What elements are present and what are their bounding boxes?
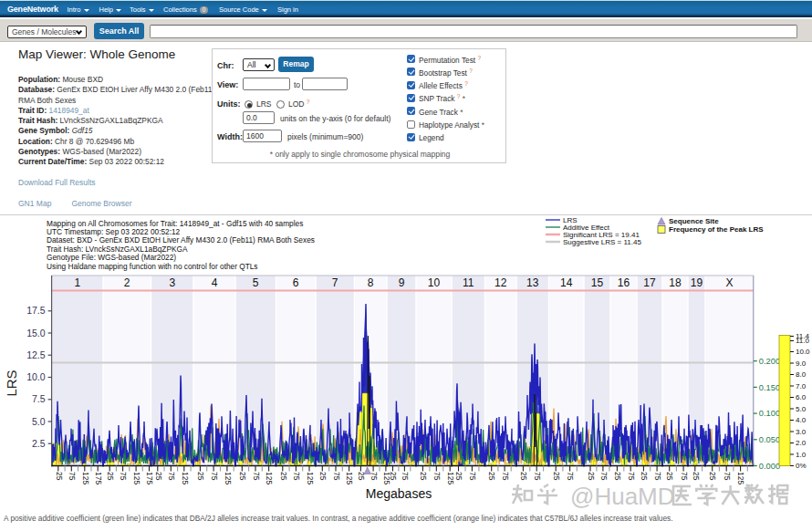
svg-text:125: 125 xyxy=(81,472,90,484)
svg-text:12.5: 12.5 xyxy=(26,349,46,360)
svg-text:25: 25 xyxy=(106,472,115,481)
svg-text:9: 9 xyxy=(399,276,405,289)
svg-text:75: 75 xyxy=(332,472,341,481)
svg-text:8.0: 8.0 xyxy=(796,370,807,379)
svg-text:10: 10 xyxy=(428,276,441,289)
svg-text:0.200: 0.200 xyxy=(759,357,780,366)
svg-text:25: 25 xyxy=(665,472,674,481)
svg-text:175: 175 xyxy=(145,472,154,484)
svg-text:1.0: 1.0 xyxy=(796,451,807,459)
svg-text:75: 75 xyxy=(119,472,128,481)
svg-text:25: 25 xyxy=(708,472,717,481)
svg-text:16: 16 xyxy=(618,276,630,289)
svg-text:2: 2 xyxy=(124,276,130,289)
svg-text:75: 75 xyxy=(292,472,301,481)
svg-text:3: 3 xyxy=(169,276,175,289)
svg-text:18: 18 xyxy=(669,276,682,289)
svg-text:75: 75 xyxy=(167,472,176,481)
svg-text:5.0: 5.0 xyxy=(796,405,807,413)
svg-text:75: 75 xyxy=(401,472,410,481)
svg-text:25: 25 xyxy=(640,472,649,481)
svg-text:11: 11 xyxy=(463,276,474,289)
svg-text:25: 25 xyxy=(318,472,328,481)
svg-text:6: 6 xyxy=(293,276,299,289)
svg-text:75: 75 xyxy=(210,472,219,481)
svg-text:75: 75 xyxy=(599,472,609,481)
svg-text:X: X xyxy=(725,276,733,289)
svg-text:25: 25 xyxy=(613,472,622,481)
svg-text:Using Haldane mapping function: Using Haldane mapping function with no c… xyxy=(47,262,258,271)
svg-text:125: 125 xyxy=(132,472,141,484)
svg-text:125: 125 xyxy=(345,472,354,484)
svg-text:3.0: 3.0 xyxy=(796,428,807,436)
svg-text:75: 75 xyxy=(627,472,636,481)
svg-text:4: 4 xyxy=(212,276,218,289)
svg-text:125: 125 xyxy=(306,472,315,484)
svg-text:17.5: 17.5 xyxy=(26,305,46,316)
svg-text:7: 7 xyxy=(332,276,338,289)
svg-text:25: 25 xyxy=(55,472,64,481)
svg-text:1: 1 xyxy=(74,276,80,289)
svg-text:13: 13 xyxy=(526,276,539,289)
svg-text:Frequency of the Peak LRS: Frequency of the Peak LRS xyxy=(669,225,764,234)
svg-text:25: 25 xyxy=(238,472,247,481)
svg-text:75: 75 xyxy=(566,472,575,481)
svg-text:25: 25 xyxy=(154,472,163,481)
svg-text:0.000: 0.000 xyxy=(759,462,780,471)
svg-text:75: 75 xyxy=(680,472,689,481)
svg-text:5: 5 xyxy=(253,276,259,289)
svg-text:11.4: 11.4 xyxy=(796,332,810,340)
svg-text:75: 75 xyxy=(468,472,477,481)
svg-text:0.050: 0.050 xyxy=(759,435,780,444)
svg-text:A positive additive coefficien: A positive additive coefficient (green l… xyxy=(4,514,672,523)
svg-text:LRS: LRS xyxy=(4,370,19,396)
svg-text:12: 12 xyxy=(494,276,507,289)
svg-text:15.0: 15.0 xyxy=(26,328,46,338)
svg-text:4.0: 4.0 xyxy=(796,416,807,424)
svg-text:25: 25 xyxy=(587,472,596,481)
svg-text:125: 125 xyxy=(181,472,190,484)
svg-text:125: 125 xyxy=(224,472,233,484)
svg-text:125: 125 xyxy=(736,472,745,484)
svg-text:7.0: 7.0 xyxy=(796,382,807,390)
svg-text:7.5: 7.5 xyxy=(32,393,46,404)
svg-text:25: 25 xyxy=(487,472,496,481)
svg-text:10.0: 10.0 xyxy=(26,371,46,382)
svg-text:14: 14 xyxy=(560,276,573,289)
svg-text:25: 25 xyxy=(389,472,398,481)
svg-text:75: 75 xyxy=(653,472,662,481)
svg-text:Suggestive LRS = 11.45: Suggestive LRS = 11.45 xyxy=(563,238,641,246)
svg-text:175: 175 xyxy=(94,472,103,484)
svg-text:10.0: 10.0 xyxy=(796,348,810,356)
svg-text:75: 75 xyxy=(252,472,261,481)
svg-text:17: 17 xyxy=(643,276,656,289)
svg-text:25: 25 xyxy=(196,472,205,481)
svg-text:25: 25 xyxy=(692,472,701,481)
svg-text:15: 15 xyxy=(591,276,604,289)
svg-text:75: 75 xyxy=(370,472,379,481)
svg-text:75: 75 xyxy=(501,472,510,481)
svg-text:2.5: 2.5 xyxy=(32,438,46,449)
svg-text:25: 25 xyxy=(279,472,288,481)
svg-text:19: 19 xyxy=(691,276,703,289)
svg-text:Megabases: Megabases xyxy=(366,486,432,501)
svg-text:75: 75 xyxy=(432,472,442,481)
svg-text:2.0: 2.0 xyxy=(796,439,807,447)
svg-text:75: 75 xyxy=(533,472,542,481)
svg-text:25: 25 xyxy=(419,472,428,481)
svg-text:0.150: 0.150 xyxy=(759,383,780,392)
svg-text:Sequence Site: Sequence Site xyxy=(669,217,719,225)
svg-text:25: 25 xyxy=(552,472,561,481)
svg-text:5.0: 5.0 xyxy=(32,416,46,427)
svg-text:75: 75 xyxy=(723,472,732,481)
svg-text:75: 75 xyxy=(68,472,77,481)
svg-text:0.100: 0.100 xyxy=(759,409,780,418)
svg-text:9.0: 9.0 xyxy=(796,359,807,368)
svg-text:6.0: 6.0 xyxy=(796,393,807,401)
svg-text:125: 125 xyxy=(265,472,274,484)
svg-text:25: 25 xyxy=(519,472,528,481)
svg-text:@HuaMD: @HuaMD xyxy=(570,483,675,510)
svg-text:0%: 0% xyxy=(796,462,807,470)
svg-text:125: 125 xyxy=(446,472,455,484)
svg-text:8: 8 xyxy=(368,276,374,289)
